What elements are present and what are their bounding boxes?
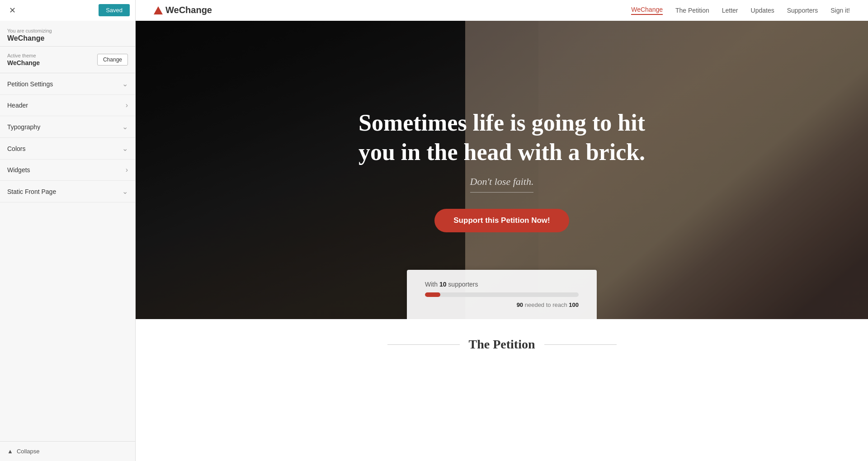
hero-cta-button[interactable]: Support this Petition Now! (434, 209, 569, 232)
sidebar-item-label: Colors (7, 145, 25, 152)
progress-prefix: With (425, 281, 438, 288)
chevron-down-icon: ⌄ (122, 122, 128, 131)
progress-card: With 10 supporters 90 needed to reach 10… (407, 270, 597, 319)
nav-item-updates[interactable]: Updates (751, 7, 774, 14)
site-header-bar: WeChange WeChange The Petition Letter Up… (136, 5, 868, 15)
progress-bar-fill (425, 292, 440, 297)
sidebar-item-colors[interactable]: Colors ⌄ (0, 138, 135, 160)
chevron-down-icon: ⌄ (122, 187, 128, 196)
chevron-right-icon: › (126, 101, 128, 109)
hero-title: Sometimes life is going to hit you in th… (339, 108, 665, 167)
sidebar-info: You are customizing WeChange (0, 21, 135, 47)
hero-section: Sometimes life is going to hit you in th… (136, 21, 868, 319)
sidebar: You are customizing WeChange Active them… (0, 21, 136, 461)
active-theme-section: Active theme WeChange Change (0, 47, 135, 73)
sidebar-topbar: ✕ Saved (0, 0, 136, 21)
saved-button[interactable]: Saved (99, 4, 130, 16)
section-divider-left (387, 344, 460, 345)
nav-item-petition[interactable]: The Petition (675, 7, 709, 14)
petition-section: The Petition (136, 319, 868, 365)
sidebar-item-static-front-page[interactable]: Static Front Page ⌄ (0, 181, 135, 202)
progress-needed-text: 90 needed to reach 100 (425, 301, 579, 308)
change-theme-button[interactable]: Change (97, 54, 128, 66)
section-header: The Petition (145, 337, 859, 352)
sidebar-item-label: Typography (7, 123, 40, 131)
progress-count: 10 (439, 281, 447, 288)
collapse-icon: ▲ (7, 448, 13, 455)
sidebar-item-petition-settings[interactable]: Petition Settings ⌄ (0, 73, 135, 95)
nav-item-wechange[interactable]: WeChange (631, 6, 663, 15)
nav-item-sign[interactable]: Sign it! (830, 7, 850, 14)
progress-needed-count: 90 (517, 301, 523, 308)
chevron-down-icon: ⌄ (122, 80, 128, 88)
progress-goal: 100 (569, 301, 579, 308)
site-logo[interactable]: WeChange (154, 5, 212, 15)
sidebar-menu: Petition Settings ⌄ Header › Typography … (0, 73, 135, 202)
collapse-button[interactable]: ▲ Collapse (0, 441, 135, 461)
logo-triangle-icon (154, 6, 163, 14)
customizing-label: You are customizing (7, 28, 128, 33)
active-theme-value: WeChange (7, 59, 40, 66)
chevron-right-icon: › (126, 166, 128, 174)
progress-bar-background (425, 292, 579, 297)
close-button[interactable]: ✕ (5, 4, 19, 17)
section-divider-right (544, 344, 617, 345)
sidebar-item-widgets[interactable]: Widgets › (0, 160, 135, 181)
hero-subtitle: Don't lose faith. (470, 176, 534, 193)
logo-text: WeChange (165, 5, 212, 15)
preview-topbar: WeChange WeChange The Petition Letter Up… (136, 0, 868, 21)
sidebar-item-label: Static Front Page (7, 188, 56, 195)
collapse-label: Collapse (17, 448, 40, 455)
sidebar-item-header[interactable]: Header › (0, 95, 135, 116)
site-nav: WeChange The Petition Letter Updates Sup… (631, 6, 850, 15)
nav-item-supporters[interactable]: Supporters (787, 7, 818, 14)
sidebar-item-label: Header (7, 102, 28, 109)
progress-supporters-label: supporters (448, 281, 478, 288)
section-title: The Petition (469, 337, 535, 352)
chevron-down-icon: ⌄ (122, 144, 128, 153)
progress-needed-label: needed to reach (525, 301, 569, 308)
preview-area: Sometimes life is going to hit you in th… (136, 21, 868, 461)
customizing-value: WeChange (7, 34, 128, 42)
sidebar-item-label: Petition Settings (7, 80, 53, 88)
active-theme-label: Active theme (7, 53, 40, 58)
sidebar-item-typography[interactable]: Typography ⌄ (0, 116, 135, 138)
progress-with-text: With 10 supporters (425, 281, 579, 288)
sidebar-item-label: Widgets (7, 166, 30, 174)
nav-item-letter[interactable]: Letter (722, 7, 738, 14)
